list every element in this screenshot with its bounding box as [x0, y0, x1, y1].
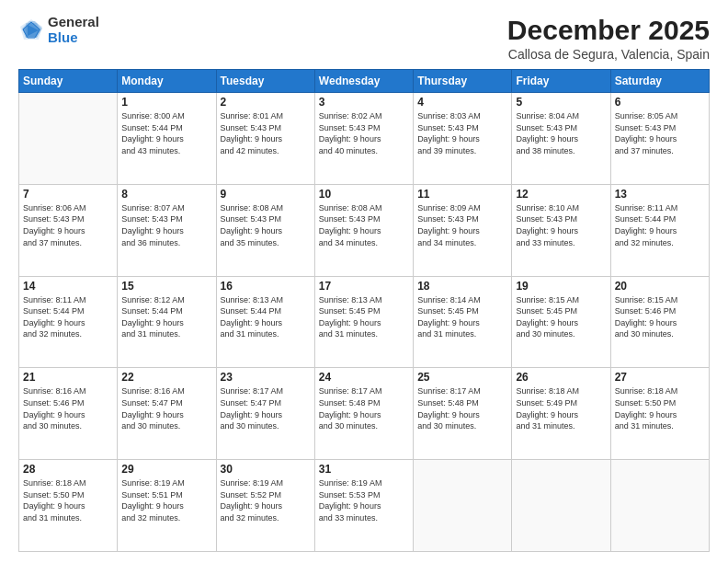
day-number-w2-d3: 17 [319, 280, 409, 293]
day-info-w2-d6: Sunrise: 8:15 AM Sunset: 5:46 PM Dayligh… [615, 294, 705, 340]
header-thursday: Thursday [414, 70, 512, 93]
calendar-cell-w1-d4: 11Sunrise: 8:09 AM Sunset: 5:43 PM Dayli… [414, 184, 512, 276]
day-number-w1-d1: 8 [121, 188, 211, 201]
day-number-w1-d4: 11 [417, 188, 507, 201]
day-number-w3-d2: 23 [221, 371, 311, 384]
day-info-w1-d5: Sunrise: 8:10 AM Sunset: 5:43 PM Dayligh… [516, 202, 606, 248]
calendar-cell-w3-d4: 25Sunrise: 8:17 AM Sunset: 5:48 PM Dayli… [414, 368, 512, 460]
calendar-cell-w1-d3: 10Sunrise: 8:08 AM Sunset: 5:43 PM Dayli… [314, 184, 413, 276]
day-info-w3-d4: Sunrise: 8:17 AM Sunset: 5:48 PM Dayligh… [417, 385, 507, 431]
day-number-w3-d6: 27 [615, 371, 705, 384]
day-number-w2-d5: 19 [516, 280, 606, 293]
calendar-cell-w0-d0 [19, 93, 118, 185]
day-info-w0-d5: Sunrise: 8:04 AM Sunset: 5:43 PM Dayligh… [516, 110, 606, 156]
day-number-w2-d4: 18 [417, 280, 507, 293]
calendar-cell-w4-d0: 28Sunrise: 8:18 AM Sunset: 5:50 PM Dayli… [19, 460, 118, 552]
day-info-w1-d3: Sunrise: 8:08 AM Sunset: 5:43 PM Dayligh… [319, 202, 409, 248]
day-number-w0-d6: 6 [615, 96, 705, 109]
day-info-w1-d2: Sunrise: 8:08 AM Sunset: 5:43 PM Dayligh… [221, 202, 311, 248]
day-number-w1-d0: 7 [23, 188, 113, 201]
day-number-w1-d5: 12 [516, 188, 606, 201]
calendar-cell-w1-d0: 7Sunrise: 8:06 AM Sunset: 5:43 PM Daylig… [19, 184, 118, 276]
day-info-w2-d5: Sunrise: 8:15 AM Sunset: 5:45 PM Dayligh… [516, 294, 606, 340]
location: Callosa de Segura, Valencia, Spain [507, 47, 710, 62]
calendar-cell-w3-d3: 24Sunrise: 8:17 AM Sunset: 5:48 PM Dayli… [314, 368, 413, 460]
day-info-w2-d2: Sunrise: 8:13 AM Sunset: 5:44 PM Dayligh… [221, 294, 311, 340]
week-row-3: 21Sunrise: 8:16 AM Sunset: 5:46 PM Dayli… [19, 368, 710, 460]
day-number-w2-d2: 16 [221, 280, 311, 293]
day-number-w3-d0: 21 [23, 371, 113, 384]
day-info-w0-d6: Sunrise: 8:05 AM Sunset: 5:43 PM Dayligh… [615, 110, 705, 156]
header: General Blue December 2025 Callosa de Se… [18, 15, 710, 62]
calendar-cell-w4-d3: 31Sunrise: 8:19 AM Sunset: 5:53 PM Dayli… [314, 460, 413, 552]
day-info-w4-d2: Sunrise: 8:19 AM Sunset: 5:52 PM Dayligh… [221, 477, 311, 523]
day-number-w0-d5: 5 [516, 96, 606, 109]
week-row-1: 7Sunrise: 8:06 AM Sunset: 5:43 PM Daylig… [19, 184, 710, 276]
header-sunday: Sunday [19, 70, 118, 93]
day-info-w4-d3: Sunrise: 8:19 AM Sunset: 5:53 PM Dayligh… [319, 477, 409, 523]
week-row-4: 28Sunrise: 8:18 AM Sunset: 5:50 PM Dayli… [19, 460, 710, 552]
header-friday: Friday [512, 70, 610, 93]
day-info-w1-d1: Sunrise: 8:07 AM Sunset: 5:43 PM Dayligh… [121, 202, 211, 248]
day-number-w4-d1: 29 [121, 463, 211, 476]
calendar-cell-w3-d5: 26Sunrise: 8:18 AM Sunset: 5:49 PM Dayli… [512, 368, 610, 460]
day-number-w3-d4: 25 [417, 371, 507, 384]
calendar-cell-w3-d2: 23Sunrise: 8:17 AM Sunset: 5:47 PM Dayli… [216, 368, 314, 460]
day-number-w1-d6: 13 [615, 188, 705, 201]
calendar-cell-w4-d2: 30Sunrise: 8:19 AM Sunset: 5:52 PM Dayli… [216, 460, 314, 552]
day-info-w2-d1: Sunrise: 8:12 AM Sunset: 5:44 PM Dayligh… [121, 294, 211, 340]
day-info-w0-d1: Sunrise: 8:00 AM Sunset: 5:44 PM Dayligh… [121, 110, 211, 156]
calendar-cell-w1-d6: 13Sunrise: 8:11 AM Sunset: 5:44 PM Dayli… [610, 184, 709, 276]
day-number-w4-d2: 30 [221, 463, 311, 476]
day-number-w2-d6: 20 [615, 280, 705, 293]
day-info-w0-d4: Sunrise: 8:03 AM Sunset: 5:43 PM Dayligh… [417, 110, 507, 156]
calendar-cell-w4-d5 [512, 460, 610, 552]
header-saturday: Saturday [610, 70, 709, 93]
calendar-cell-w0-d3: 3Sunrise: 8:02 AM Sunset: 5:43 PM Daylig… [314, 93, 413, 185]
day-number-w3-d5: 26 [516, 371, 606, 384]
day-number-w4-d3: 31 [319, 463, 409, 476]
logo-icon [18, 17, 44, 43]
day-info-w3-d2: Sunrise: 8:17 AM Sunset: 5:47 PM Dayligh… [221, 385, 311, 431]
logo-blue: Blue [48, 30, 99, 46]
logo: General Blue [18, 15, 99, 45]
calendar-cell-w4-d4 [414, 460, 512, 552]
day-number-w1-d3: 10 [319, 188, 409, 201]
day-info-w4-d1: Sunrise: 8:19 AM Sunset: 5:51 PM Dayligh… [121, 477, 211, 523]
day-info-w4-d0: Sunrise: 8:18 AM Sunset: 5:50 PM Dayligh… [23, 477, 113, 523]
calendar-cell-w2-d1: 15Sunrise: 8:12 AM Sunset: 5:44 PM Dayli… [118, 276, 216, 368]
day-info-w1-d0: Sunrise: 8:06 AM Sunset: 5:43 PM Dayligh… [23, 202, 113, 248]
header-tuesday: Tuesday [216, 70, 314, 93]
calendar-cell-w2-d3: 17Sunrise: 8:13 AM Sunset: 5:45 PM Dayli… [314, 276, 413, 368]
calendar-cell-w3-d0: 21Sunrise: 8:16 AM Sunset: 5:46 PM Dayli… [19, 368, 118, 460]
day-info-w2-d0: Sunrise: 8:11 AM Sunset: 5:44 PM Dayligh… [23, 294, 113, 340]
calendar-cell-w3-d6: 27Sunrise: 8:18 AM Sunset: 5:50 PM Dayli… [610, 368, 709, 460]
day-number-w0-d2: 2 [221, 96, 311, 109]
day-number-w0-d1: 1 [121, 96, 211, 109]
day-info-w3-d6: Sunrise: 8:18 AM Sunset: 5:50 PM Dayligh… [615, 385, 705, 431]
calendar: Sunday Monday Tuesday Wednesday Thursday… [18, 69, 710, 552]
day-number-w2-d0: 14 [23, 280, 113, 293]
day-number-w0-d3: 3 [319, 96, 409, 109]
day-info-w2-d4: Sunrise: 8:14 AM Sunset: 5:45 PM Dayligh… [417, 294, 507, 340]
day-info-w3-d0: Sunrise: 8:16 AM Sunset: 5:46 PM Dayligh… [23, 385, 113, 431]
calendar-cell-w1-d5: 12Sunrise: 8:10 AM Sunset: 5:43 PM Dayli… [512, 184, 610, 276]
day-info-w1-d4: Sunrise: 8:09 AM Sunset: 5:43 PM Dayligh… [417, 202, 507, 248]
header-monday: Monday [118, 70, 216, 93]
calendar-header-row: Sunday Monday Tuesday Wednesday Thursday… [19, 70, 710, 93]
calendar-cell-w2-d6: 20Sunrise: 8:15 AM Sunset: 5:46 PM Dayli… [610, 276, 709, 368]
calendar-cell-w0-d2: 2Sunrise: 8:01 AM Sunset: 5:43 PM Daylig… [216, 93, 314, 185]
day-info-w3-d1: Sunrise: 8:16 AM Sunset: 5:47 PM Dayligh… [121, 385, 211, 431]
day-number-w3-d3: 24 [319, 371, 409, 384]
calendar-cell-w0-d4: 4Sunrise: 8:03 AM Sunset: 5:43 PM Daylig… [414, 93, 512, 185]
calendar-cell-w0-d5: 5Sunrise: 8:04 AM Sunset: 5:43 PM Daylig… [512, 93, 610, 185]
title-block: December 2025 Callosa de Segura, Valenci… [507, 15, 710, 62]
day-number-w4-d0: 28 [23, 463, 113, 476]
day-info-w1-d6: Sunrise: 8:11 AM Sunset: 5:44 PM Dayligh… [615, 202, 705, 248]
header-wednesday: Wednesday [314, 70, 413, 93]
calendar-cell-w2-d0: 14Sunrise: 8:11 AM Sunset: 5:44 PM Dayli… [19, 276, 118, 368]
day-info-w2-d3: Sunrise: 8:13 AM Sunset: 5:45 PM Dayligh… [319, 294, 409, 340]
day-number-w0-d4: 4 [417, 96, 507, 109]
calendar-cell-w1-d1: 8Sunrise: 8:07 AM Sunset: 5:43 PM Daylig… [118, 184, 216, 276]
calendar-cell-w4-d1: 29Sunrise: 8:19 AM Sunset: 5:51 PM Dayli… [118, 460, 216, 552]
